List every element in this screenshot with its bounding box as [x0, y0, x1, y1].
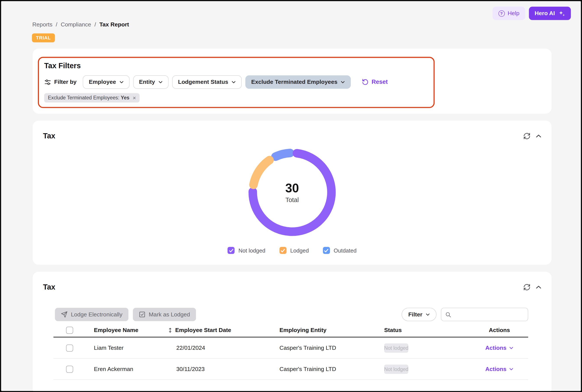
lodge-electronically-button[interactable]: Lodge Electronically — [55, 308, 128, 321]
cell-employee-name: Liam Tester — [94, 344, 176, 351]
tax-chart-card: Tax 30 Total — [33, 121, 552, 265]
trial-badge: TRIAL — [32, 33, 55, 42]
col-status: Status — [384, 327, 471, 334]
tax-report-page: ? Help Hero AI Reports / Compliance / Ta… — [0, 0, 582, 392]
chart-body: 30 Total Not lodged — [33, 140, 552, 265]
breadcrumb-tax-report: Tax Report — [99, 21, 129, 28]
chevron-down-icon — [426, 313, 430, 316]
legend-label: Not lodged — [238, 247, 265, 254]
col-actions: Actions — [489, 327, 510, 334]
table-row: Eren Ackerman 30/11/2023 Casper's Traini… — [53, 359, 528, 380]
table-toolbar: Lodge Electronically Mark as Lodged Filt… — [55, 308, 528, 321]
row-actions-dropdown[interactable]: Actions — [486, 366, 514, 372]
cell-entity: Casper's Training LTD — [280, 344, 384, 351]
check-square-icon — [139, 311, 145, 318]
employee-filter-dropdown[interactable]: Employee — [83, 75, 129, 89]
sort-icon[interactable] — [167, 327, 173, 333]
col-employee-name: Employee Name — [94, 327, 176, 334]
cell-start-date: 22/01/2024 — [176, 344, 280, 351]
legend-item-outdated[interactable]: Outdated — [323, 247, 357, 254]
entity-filter-dropdown[interactable]: Entity — [133, 75, 168, 89]
table-card-header: Tax — [33, 272, 552, 292]
tax-donut-chart: 30 Total — [246, 146, 339, 239]
send-icon — [61, 311, 67, 318]
mark-as-lodged-button[interactable]: Mark as Lodged — [133, 308, 196, 321]
chart-card-title: Tax — [43, 132, 55, 140]
row-checkbox[interactable] — [66, 344, 73, 352]
tax-filters-card: Tax Filters Filter by Employee Entity — [33, 49, 552, 114]
tax-table: Employee Name Employee Start Date Employ… — [53, 323, 528, 392]
chevron-down-icon — [231, 81, 236, 84]
search-input[interactable] — [454, 311, 524, 318]
table-search — [441, 308, 528, 321]
help-button[interactable]: ? Help — [492, 7, 525, 20]
cell-entity: Casper's Training LTD — [280, 366, 384, 372]
filters-highlight-outline: Tax Filters Filter by Employee Entity — [38, 57, 435, 108]
chevron-down-icon — [510, 368, 514, 370]
hero-ai-label: Hero AI — [535, 10, 555, 17]
breadcrumb-separator: / — [94, 21, 96, 28]
breadcrumb-compliance[interactable]: Compliance — [61, 21, 91, 28]
chevron-down-icon — [119, 81, 123, 84]
search-icon — [445, 311, 451, 318]
chevron-down-icon — [158, 81, 162, 84]
checkbox-checked-icon[interactable] — [228, 247, 235, 254]
checkbox-checked-icon[interactable] — [280, 247, 287, 254]
table-filter-dropdown[interactable]: Filter — [402, 308, 437, 321]
status-badge: Not lodged — [384, 344, 408, 353]
table-row: Liam Tester 22/01/2024 Casper's Training… — [53, 338, 528, 359]
chart-card-controls — [523, 132, 541, 140]
legend-item-lodged[interactable]: Lodged — [280, 247, 309, 254]
exclude-terminated-filter-dropdown[interactable]: Exclude Terminated Employees — [245, 75, 351, 89]
reset-filters-button[interactable]: Reset — [362, 78, 388, 85]
breadcrumb: Reports / Compliance / Tax Report — [32, 21, 129, 28]
tax-table-card: Tax Lodge Electronically — [33, 272, 552, 392]
checkbox-checked-icon[interactable] — [323, 247, 330, 254]
col-employing-entity: Employing Entity — [280, 327, 384, 334]
donut-total-value: 30 — [285, 181, 299, 195]
main-content: Tax Filters Filter by Employee Entity — [33, 49, 552, 392]
chart-legend: Not lodged Lodged Outdated — [228, 247, 356, 254]
chip-label: Exclude Terminated Employees: Yes — [48, 95, 129, 101]
reset-icon — [362, 78, 369, 85]
lodgement-status-filter-dropdown[interactable]: Lodgement Status — [172, 75, 242, 89]
collapse-chevron-up-icon[interactable] — [536, 286, 541, 289]
chevron-down-icon — [341, 81, 345, 84]
active-filter-chip: Exclude Terminated Employees: Yes × — [44, 93, 140, 102]
donut-total-label: Total — [285, 196, 299, 204]
refresh-icon[interactable] — [523, 132, 531, 140]
filter-row: Filter by Employee Entity Lodgement Stat… — [44, 75, 428, 89]
filters-title: Tax Filters — [44, 62, 428, 70]
topbar: ? Help Hero AI — [492, 7, 571, 20]
filter-by-label: Filter by — [44, 78, 77, 86]
chip-remove-icon[interactable]: × — [133, 95, 136, 101]
breadcrumb-reports[interactable]: Reports — [32, 21, 52, 28]
select-all-checkbox[interactable] — [66, 326, 73, 334]
help-label: Help — [508, 10, 520, 17]
table-card-title: Tax — [43, 283, 55, 291]
table-card-controls — [523, 284, 541, 291]
help-question-icon: ? — [499, 10, 505, 16]
sliders-icon — [44, 78, 51, 86]
cell-start-date: 30/11/2023 — [176, 366, 280, 372]
collapse-chevron-up-icon[interactable] — [536, 134, 541, 138]
status-badge: Not lodged — [384, 364, 408, 374]
cell-employee-name: Eren Ackerman — [94, 366, 176, 372]
row-checkbox[interactable] — [66, 366, 73, 373]
breadcrumb-separator: / — [56, 21, 57, 28]
hero-ai-button[interactable]: Hero AI — [529, 7, 571, 20]
legend-label: Outdated — [334, 247, 357, 254]
donut-center: 30 Total — [246, 146, 339, 239]
sparkles-icon — [558, 10, 565, 17]
col-employee-start-date[interactable]: Employee Start Date — [167, 327, 280, 334]
table-header-row: Employee Name Employee Start Date Employ… — [53, 323, 528, 338]
refresh-icon[interactable] — [523, 284, 531, 291]
legend-label: Lodged — [290, 247, 309, 254]
row-actions-dropdown[interactable]: Actions — [486, 344, 514, 351]
chart-card-header: Tax — [33, 121, 552, 140]
chevron-down-icon — [510, 346, 514, 349]
legend-item-not-lodged[interactable]: Not lodged — [228, 247, 265, 254]
